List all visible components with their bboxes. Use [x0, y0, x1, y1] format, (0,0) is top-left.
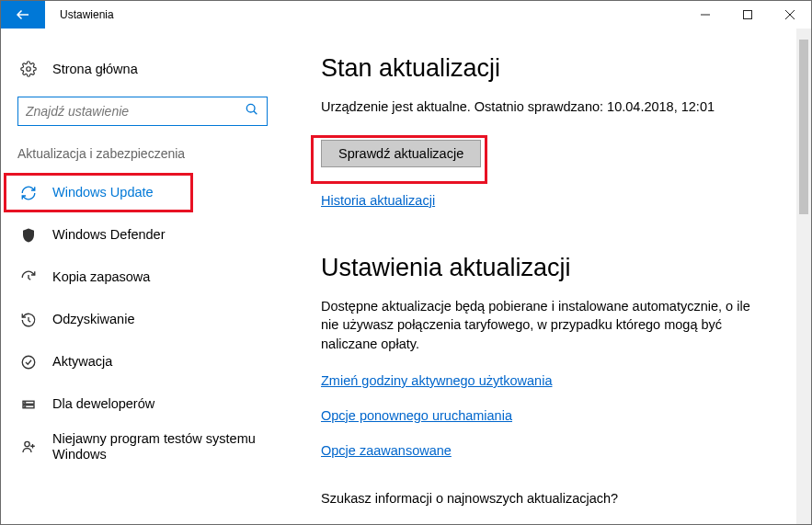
history-link[interactable]: Historia aktualizacji — [321, 193, 774, 208]
svg-point-1 — [27, 67, 31, 72]
sidebar-item-backup[interactable]: Kopia zapasowa — [1, 257, 284, 299]
check-updates-button[interactable]: Sprawdź aktualizacje — [321, 140, 481, 167]
sidebar-item-windows-defender[interactable]: Windows Defender — [1, 214, 284, 257]
check-circle-icon — [19, 354, 38, 371]
backup-icon — [19, 269, 38, 286]
sidebar-label: Windows Update — [52, 185, 154, 200]
shield-icon — [19, 227, 38, 244]
sidebar-item-windows-update[interactable]: Windows Update — [1, 172, 284, 214]
advanced-options-link[interactable]: Opcje zaawansowane — [321, 443, 774, 458]
sidebar-label: Niejawny program testów systemu Windows — [52, 431, 264, 463]
sidebar-label: Kopia zapasowa — [52, 269, 150, 285]
svg-point-7 — [25, 406, 26, 407]
gear-icon — [19, 61, 38, 77]
history-icon — [19, 312, 38, 328]
svg-point-3 — [22, 356, 35, 369]
close-button[interactable] — [769, 1, 811, 29]
status-text: Urządzenie jest aktualne. Ostatnio spraw… — [321, 99, 774, 114]
sidebar-label: Odzyskiwanie — [52, 312, 134, 327]
sidebar-item-insider[interactable]: Niejawny program testów systemu Windows — [1, 426, 284, 468]
maximize-button[interactable] — [726, 1, 769, 29]
search-box[interactable] — [17, 97, 268, 126]
search-input[interactable] — [26, 104, 245, 119]
active-hours-link[interactable]: Zmień godziny aktywnego użytkowania — [321, 373, 774, 388]
sidebar-home[interactable]: Strona główna — [1, 51, 284, 87]
sidebar-item-recovery[interactable]: Odzyskiwanie — [1, 299, 284, 341]
svg-point-2 — [246, 104, 255, 112]
update-settings-text: Dostępne aktualizacje będą pobierane i i… — [321, 297, 762, 353]
main-pane: Stan aktualizacji Urządzenie jest aktual… — [284, 29, 811, 524]
svg-rect-0 — [744, 11, 752, 19]
svg-point-8 — [25, 441, 29, 446]
svg-point-6 — [25, 402, 26, 403]
sidebar-item-developers[interactable]: Dla deweloperów — [1, 383, 284, 426]
restart-options-link[interactable]: Opcje ponownego uruchamiania — [321, 408, 774, 423]
window-title: Ustawienia — [45, 1, 114, 29]
search-icon — [245, 102, 259, 120]
vertical-scrollbar[interactable] — [796, 29, 811, 524]
update-settings-heading: Ustawienia aktualizacji — [321, 254, 774, 282]
sidebar-label: Dla deweloperów — [52, 396, 154, 412]
sidebar-section-label: Aktualizacja i zabezpieczenia — [1, 141, 284, 172]
sidebar-item-activation[interactable]: Aktywacja — [1, 341, 284, 383]
sidebar-label: Windows Defender — [52, 227, 166, 243]
sidebar-label: Aktywacja — [52, 354, 112, 370]
scrollbar-thumb[interactable] — [799, 40, 808, 214]
sync-icon — [19, 185, 38, 201]
sidebar-home-label: Strona główna — [52, 62, 138, 76]
minimize-button[interactable] — [684, 1, 726, 29]
insider-icon — [19, 439, 38, 455]
sidebar: Strona główna Aktualizacja i zabezpiecze… — [1, 29, 284, 524]
footer-question: Szukasz informacji o najnowszych aktuali… — [321, 491, 774, 506]
back-button[interactable] — [1, 1, 45, 29]
status-heading: Stan aktualizacji — [321, 54, 774, 83]
developer-icon — [19, 396, 38, 413]
